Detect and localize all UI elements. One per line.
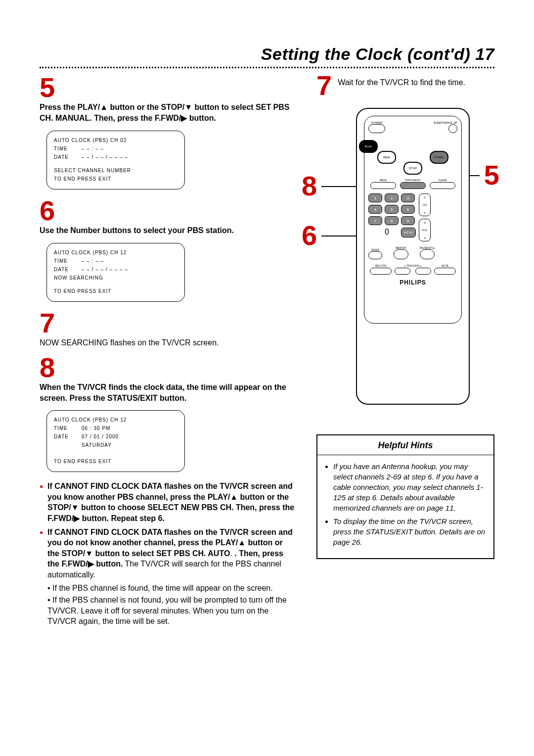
sleep-button[interactable] [448,124,457,133]
clear-label: CLEAR [439,179,447,182]
remote-inner: POWER SLEEP/WAKE UP PLAY REW F.FWD [364,116,462,324]
volume-rocker[interactable]: ∧ VOL ∨ [419,219,431,241]
ch-label: CH [423,203,427,206]
play-button[interactable]: PLAY [359,140,378,153]
note-2-sub2: • If the PBS channel is not found, you w… [47,595,297,627]
osd3-date-day: SATURDAY [82,441,112,449]
remote-control: POWER SLEEP/WAKE UP PLAY REW F.FWD [356,108,470,405]
memory-button[interactable] [394,249,408,259]
right-step-7-text: Wait for the TV/VCR to find the time. [338,77,465,91]
key-6[interactable]: 6 [401,205,415,214]
osd1-date-label: DATE [54,153,82,161]
osd3-time-val: 06 : 30 PM [82,424,110,432]
osd1-date-val: – – / – – / – – – – [82,153,128,161]
hints-body: If you have an Antenna hookup, you may s… [317,455,493,558]
hints-title: Helpful Hints [317,435,493,455]
osd3-line2: TO END PRESS EXIT [54,457,178,466]
helpful-hints-box: Helpful Hints If you have an Antenna hoo… [316,434,494,559]
step-8-text: When the TV/VCR finds the clock data, th… [40,382,297,403]
step-5-bold: Press the PLAY/▲ button or the STOP/▼ bu… [40,103,290,122]
step-7-text: NOW SEARCHING flashes on the TV/VCR scre… [40,337,297,348]
pause-label: PAUSE/STILL [420,246,435,249]
clear-button[interactable] [430,182,455,189]
bottom-buttons-row: REC/OTR ∨ TRACKING ∧ MUTE [368,264,457,275]
right-step-7: 7 Wait for the TV/VCR to find the time. [316,73,494,98]
osd1-line1: SELECT CHANNEL NUMBER [54,166,178,175]
key-4[interactable]: 4 [368,205,382,214]
osd2-line1: NOW SEARCHING [54,274,178,282]
menu-label: MENU [380,179,387,182]
step-7-number: 7 [40,311,297,335]
osd-screen-1: AUTO CLOCK (PBS) CH 02 TIME– – : – – DAT… [46,131,185,189]
osd2-date-label: DATE [54,265,82,274]
right-column: 7 Wait for the TV/VCR to find the time. … [316,73,494,630]
mute-label: MUTE [442,264,448,267]
osd1-time-val: – – : – – [82,144,104,153]
right-step-7-number: 7 [316,73,332,98]
page-title: Setting the Clock (cont'd) 17 [261,45,494,63]
recotr-label: REC/OTR [375,264,387,267]
ffwd-button[interactable]: F.FWD [430,151,448,164]
mute-button[interactable] [434,268,456,275]
vol-down-icon: ∨ [424,236,426,239]
numpad-area: 1 2 3 4 5 6 7 8 9 [368,193,457,241]
vol-up-icon: ∧ [424,221,426,224]
tracking-down-button[interactable] [395,268,410,275]
remote-top-row: POWER SLEEP/WAKE UP [368,121,457,133]
step-6-text: Use the Number buttons to select your PB… [40,225,297,236]
osd2-date-val: – – / – – / – – – – [82,265,128,274]
osd2-line2: TO END PRESS EXIT [54,287,178,295]
menu-button[interactable] [370,182,396,189]
osd3-date-label: DATE [54,432,82,441]
key-0[interactable]: 0 [385,228,399,236]
key-8[interactable]: 8 [385,216,399,225]
note-2-sub1: • If the PBS channel is found, the time … [47,583,297,594]
mid-buttons-row: SPEED MEMORY PAUSE/STILL [368,246,457,259]
osd1-header: AUTO CLOCK (PBS) CH 02 [54,136,178,144]
power-button[interactable] [368,124,385,133]
osd-screen-2: AUTO CLOCK (PBS) CH 12 TIME– – : – – DAT… [46,243,185,302]
ch-up-icon: ∧ [424,195,426,199]
stop-button[interactable]: STOP [403,162,422,175]
memory-label: MEMORY [394,246,408,249]
osd2-time-val: – – : – – [82,257,104,265]
rew-button[interactable]: REW [377,151,396,164]
pause-button[interactable] [420,249,435,259]
note-2-sub: • If the PBS channel is found, the time … [47,583,297,626]
speed-label: SPEED [368,248,382,251]
osd1-time-label: TIME [54,144,82,153]
tracking-up-button[interactable] [415,268,431,275]
step-6-bold: Use the Number buttons to select your PB… [40,226,234,235]
channel-rocker[interactable]: ∧ CH ∨ [419,193,431,216]
key-3[interactable]: 3 [401,193,415,202]
recotr-button[interactable] [370,268,392,275]
hint-1: If you have an Antenna hookup, you may s… [333,461,486,513]
callout-6: 6 [302,222,317,249]
key-5[interactable]: 5 [385,205,399,214]
divider-dots [40,67,494,68]
alt-ch-button[interactable]: ALT CH [401,228,416,237]
speed-button[interactable] [368,251,382,259]
key-1[interactable]: 1 [368,193,382,202]
callout-5: 5 [484,161,499,189]
key-2[interactable]: 2 [385,193,399,202]
osd1-line2: TO END PRESS EXIT [54,175,178,183]
key-7[interactable]: 7 [368,216,382,225]
osd-screen-3: AUTO CLOCK (PBS) CH 12 TIME06 : 30 PM DA… [46,410,185,472]
step-8-bold: When the TV/VCR finds the clock data, th… [40,383,286,402]
status-label: STATUS/EXIT [405,179,420,182]
transport-cluster: PLAY REW F.FWD STOP [368,140,457,175]
remote-diagram: 8 6 5 POWER SLEEP [316,108,494,415]
osd3-date-val: 07 / 01 / 2000 [82,432,119,441]
callout-8: 8 [302,172,317,200]
notes-list: If CANNOT FIND CLOCK DATA flashes on the… [40,481,297,627]
osd2-time-label: TIME [54,257,82,265]
key-9[interactable]: 9 [401,216,415,225]
hint-2: To display the time on the TV/VCR screen… [333,516,486,547]
note-1: If CANNOT FIND CLOCK DATA flashes on the… [40,481,297,523]
vol-label: VOL [422,229,428,232]
status-exit-button[interactable] [400,182,426,189]
sleep-label: SLEEP/WAKE UP [434,121,457,124]
left-column: 5 Press the PLAY/▲ button or the STOP/▼ … [40,73,297,630]
numpad: 1 2 3 4 5 6 7 8 9 [368,193,416,225]
